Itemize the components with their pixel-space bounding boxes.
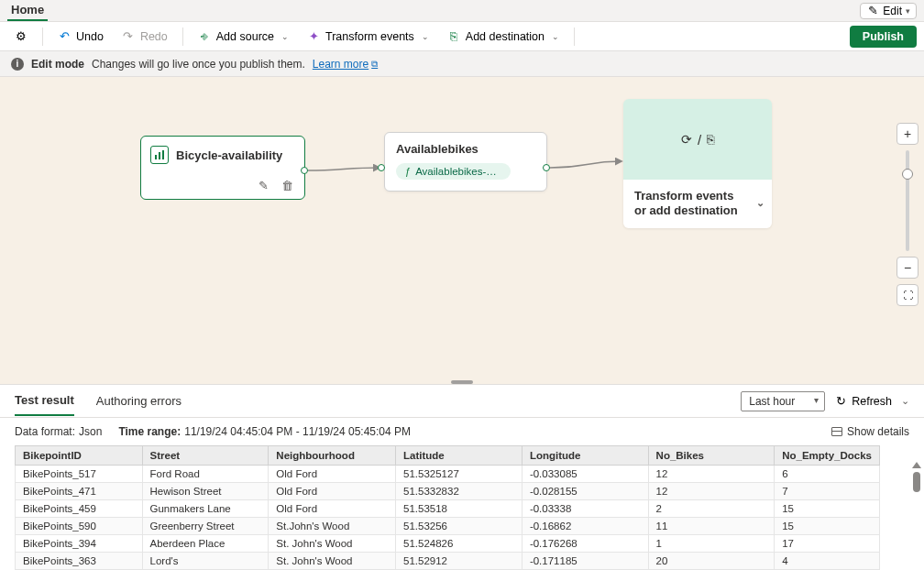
undo-label: Undo [76, 30, 104, 43]
data-format-label: Data format: [15, 425, 75, 438]
table-cell: 51.52912 [396, 553, 522, 570]
zoom-in-button[interactable]: + [896, 123, 918, 145]
transform-label: Transform events [325, 30, 414, 43]
table-row[interactable]: BikePoints_471Hewison StreetOld Ford51.5… [16, 483, 880, 500]
table-cell: Old Ford [269, 483, 396, 500]
table-cell: St. John's Wood [269, 535, 396, 553]
stream-label: Availablebikes-stre... [415, 166, 501, 177]
column-header[interactable]: BikepointID [16, 446, 143, 466]
table-cell: Old Ford [269, 500, 396, 518]
info-bar: i Edit mode Changes will go live once yo… [0, 51, 924, 77]
pencil-icon: ✎ [866, 5, 879, 17]
redo-label: Redo [140, 30, 168, 43]
source-node[interactable]: Bicycle-availability ✎ 🗑 [140, 136, 305, 200]
transform-button[interactable]: ✦ Transform events ⌄ [300, 27, 436, 47]
column-header[interactable]: Latitude [396, 446, 522, 466]
column-header[interactable]: Longitude [522, 446, 648, 466]
table-row[interactable]: BikePoints_517Ford RoadOld Ford51.532512… [16, 466, 880, 483]
placeholder-icons: ⟳ / ⎘ [623, 99, 772, 180]
edit-dropdown[interactable]: ✎ Edit ▾ [860, 3, 917, 19]
resize-handle[interactable] [451, 380, 473, 384]
info-message: Changes will go live once you publish th… [92, 58, 305, 71]
separator [182, 27, 183, 46]
svg-rect-2 [162, 150, 164, 159]
settings-button[interactable]: ⚙ [7, 27, 35, 47]
table-cell: Aberdeen Place [142, 535, 269, 553]
chevron-down-icon: ⌄ [422, 32, 429, 41]
table-cell: 12 [648, 483, 775, 500]
show-details-label: Show details [847, 425, 909, 438]
gear-icon: ⚙ [15, 30, 28, 43]
learn-more-link[interactable]: Learn more ⧉ [313, 58, 378, 71]
table-cell: 51.5332832 [396, 483, 522, 500]
table-cell: -0.028155 [522, 483, 648, 500]
table-cell: 15 [775, 500, 880, 518]
undo-icon: ↶ [58, 30, 71, 43]
column-header[interactable]: No_Empty_Docks [775, 446, 880, 466]
placeholder-text: Transform events or add destination [634, 189, 738, 217]
table-row[interactable]: BikePoints_590Greenberry StreetSt.John's… [16, 518, 880, 535]
chevron-down-icon[interactable]: ⌄ [756, 197, 764, 210]
barchart-icon [150, 146, 169, 164]
table-row[interactable]: BikePoints_459Gunmakers LaneOld Ford51.5… [16, 500, 880, 518]
publish-button[interactable]: Publish [850, 26, 917, 48]
table-cell: 1 [648, 535, 775, 553]
tab-test-result[interactable]: Test result [15, 386, 74, 416]
transform-icon: ✦ [307, 30, 320, 43]
time-range-label: Time range: [118, 425, 181, 438]
table-cell: 17 [775, 535, 880, 553]
info-icon: i [11, 58, 24, 71]
placeholder-node[interactable]: ⟳ / ⎘ Transform events or add destinatio… [623, 99, 772, 228]
redo-icon: ↷ [122, 30, 135, 43]
table-cell: BikePoints_517 [16, 466, 143, 483]
undo-button[interactable]: ↶ Undo [50, 27, 111, 47]
refresh-button[interactable]: ↻ Refresh [834, 395, 892, 408]
table-cell: BikePoints_471 [16, 483, 143, 500]
table-cell: 20 [648, 553, 775, 570]
refresh-label: Refresh [852, 395, 892, 408]
chevron-down-icon: ⌄ [552, 32, 559, 41]
show-details-button[interactable]: Show details [831, 425, 909, 438]
column-header[interactable]: Neighbourhood [269, 446, 396, 466]
transform-icon: ⟳ [681, 132, 692, 147]
zoom-thumb[interactable] [902, 169, 913, 180]
add-source-button[interactable]: ⎆ Add source ⌄ [191, 27, 296, 47]
tab-authoring-errors[interactable]: Authoring errors [96, 387, 182, 415]
timerange-dropdown[interactable]: Last hour [741, 391, 825, 411]
table-cell: BikePoints_394 [16, 535, 143, 553]
data-format-value: Json [79, 425, 102, 438]
tab-home[interactable]: Home [7, 0, 48, 21]
delete-node-button[interactable]: 🗑 [279, 177, 295, 193]
table-cell: BikePoints_590 [16, 518, 143, 535]
table-cell: 51.53518 [396, 500, 522, 518]
collapse-chevron[interactable]: ⌄ [901, 395, 909, 407]
refresh-icon: ↻ [834, 395, 847, 408]
output-port[interactable] [301, 167, 308, 174]
fit-button[interactable]: ⛶ [896, 284, 918, 306]
redo-button[interactable]: ↷ Redo [115, 27, 175, 47]
table-row[interactable]: BikePoints_394Aberdeen PlaceSt. John's W… [16, 535, 880, 553]
table-cell: Greenberry Street [142, 518, 269, 535]
scroll-up-button[interactable] [912, 462, 921, 468]
zoom-slider[interactable] [906, 150, 909, 251]
pipeline-canvas[interactable]: Bicycle-availability ✎ 🗑 Availablebikes … [0, 77, 924, 385]
input-port[interactable] [378, 164, 385, 171]
output-port[interactable] [543, 164, 550, 171]
table-cell: Ford Road [142, 466, 269, 483]
separator [42, 27, 43, 46]
table-cell: -0.03338 [522, 500, 648, 518]
add-destination-button[interactable]: ⎘ Add destination ⌄ [440, 27, 566, 47]
table-cell: Hewison Street [142, 483, 269, 500]
table-cell: St.John's Wood [269, 518, 396, 535]
operation-node[interactable]: Availablebikes ƒ Availablebikes-stre... [384, 132, 547, 192]
table-cell: 51.5325127 [396, 466, 522, 483]
source-title: Bicycle-availability [176, 148, 282, 162]
destination-icon: ⎘ [707, 132, 714, 147]
zoom-out-button[interactable]: − [896, 257, 918, 279]
column-header[interactable]: No_Bikes [648, 446, 775, 466]
edit-node-button[interactable]: ✎ [255, 177, 271, 193]
column-header[interactable]: Street [142, 446, 269, 466]
stream-pill[interactable]: ƒ Availablebikes-stre... [396, 163, 511, 180]
scroll-thumb[interactable] [913, 472, 920, 492]
table-row[interactable]: BikePoints_363Lord'sSt. John's Wood51.52… [16, 553, 880, 570]
